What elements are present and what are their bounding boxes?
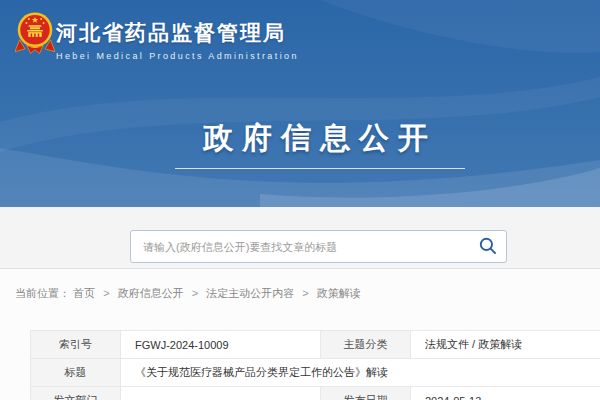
breadcrumb-separator: >: [103, 287, 109, 299]
title-label: 标题: [31, 359, 121, 387]
search-section: [0, 207, 600, 269]
topic-category-value: 法规文件 / 政策解读: [411, 331, 600, 359]
site-title-cn: 河北省药品监督管理局: [56, 19, 299, 47]
table-row: 索引号 FGWJ-2024-10009 主题分类 法规文件 / 政策解读: [31, 331, 600, 359]
search-input[interactable]: [130, 230, 507, 263]
site-title: 河北省药品监督管理局 Hebei Medical Products Admini…: [56, 19, 299, 61]
table-row: 发文部门 发布日期 2024-05-13: [31, 387, 600, 400]
page: 河北省药品监督管理局 Hebei Medical Products Admini…: [0, 0, 600, 400]
breadcrumb-item-home[interactable]: 首页: [73, 287, 95, 299]
document-info-table: 索引号 FGWJ-2024-10009 主题分类 法规文件 / 政策解读 标题 …: [30, 330, 600, 400]
breadcrumb-separator: >: [192, 287, 198, 299]
issuing-department-label: 发文部门: [31, 387, 121, 400]
breadcrumb-label: 当前位置：: [15, 287, 70, 299]
search-icon: [479, 237, 497, 255]
index-number-value: FGWJ-2024-10009: [121, 331, 321, 359]
title-value: 《关于规范医疗器械产品分类界定工作的公告》解读: [121, 359, 600, 387]
breadcrumb: 当前位置： 首页 > 政府信息公开 > 法定主动公开内容 > 政策解读: [15, 286, 361, 301]
site-title-en: Hebei Medical Products Administration: [56, 51, 299, 61]
topic-category-label: 主题分类: [321, 331, 411, 359]
issuing-department-value: [121, 387, 321, 400]
breadcrumb-item-statutory-disclosure[interactable]: 法定主动公开内容: [206, 287, 294, 299]
banner-underline-divider: [175, 168, 465, 169]
breadcrumb-item-policy-interpretation[interactable]: 政策解读: [317, 287, 361, 299]
search-button[interactable]: [477, 237, 499, 257]
index-number-label: 索引号: [31, 331, 121, 359]
national-emblem-icon: [15, 11, 55, 55]
breadcrumb-item-gov-info[interactable]: 政府信息公开: [118, 287, 184, 299]
publish-date-label: 发布日期: [321, 387, 411, 400]
banner-title: 政府信息公开: [203, 118, 437, 159]
breadcrumb-separator: >: [302, 287, 308, 299]
table-row: 标题 《关于规范医疗器械产品分类界定工作的公告》解读: [31, 359, 600, 387]
publish-date-value: 2024-05-13: [411, 387, 600, 400]
site-header: 河北省药品监督管理局 Hebei Medical Products Admini…: [0, 0, 600, 207]
